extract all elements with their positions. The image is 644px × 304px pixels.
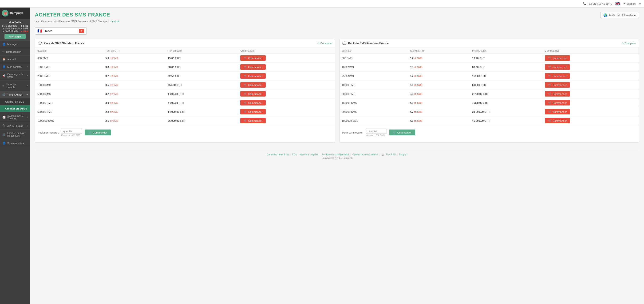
- sidebar-item-tarifs[interactable]: 🛒 Tarifs / Achat ▾: [0, 91, 30, 98]
- footer-blog-link[interactable]: Consultez notre Blog: [267, 153, 289, 156]
- commander-button[interactable]: 🛒 Commander: [240, 118, 266, 123]
- dropdown-arrow-icon: ▾: [79, 29, 84, 33]
- commander-button[interactable]: 🛒 Commander: [545, 109, 570, 114]
- unit-price-cell: 6.3 ct./SMS: [408, 63, 470, 72]
- sms-premium-val: -4 SMS: [20, 27, 28, 30]
- standard-pack-title: Pack de SMS Standard France: [44, 42, 84, 45]
- table-row: 500000 SMS 2.8 ct./SMS 14 000.00 € HT 🛒 …: [35, 107, 335, 116]
- cart-btn-icon: 🛒: [548, 110, 551, 113]
- language-item[interactable]: 🇬🇧: [615, 2, 620, 6]
- commander-cell: 🛒 Commander: [542, 63, 639, 72]
- table-row: 50000 SMS 5.5 ct./SMS 2 750.00 € HT 🛒 Co…: [340, 89, 639, 98]
- footer-privacy-link[interactable]: Politique de confidentialité: [322, 153, 349, 156]
- cart-btn-icon: 🛒: [548, 65, 551, 69]
- commander-cell: 🛒 Commander: [238, 54, 334, 63]
- standard-custom-commander-button[interactable]: 🛒 Commander: [85, 129, 111, 135]
- sidebar-nav: 👤 Manager ↩ Retrocession 🏠 Accueil 👤 Mon…: [0, 41, 30, 304]
- detail-link[interactable]: ● détail: [20, 30, 28, 33]
- footer-rss-link[interactable]: Flux RSS: [386, 153, 396, 156]
- main-content: ACHETER DES SMS FRANCE Les différences d…: [30, 8, 644, 304]
- col-header-unit: Tarif unit. HT: [103, 48, 165, 54]
- premium-custom-commander-button[interactable]: 🛒 Commander: [389, 129, 416, 135]
- cart-btn-icon: 🛒: [244, 101, 247, 104]
- btn-label: Commander: [93, 131, 107, 134]
- qty-cell: 50000 SMS: [340, 89, 408, 98]
- footer-copyright: Copyright © 2019 – Octopush: [38, 157, 636, 160]
- footer-contract-link[interactable]: Contrat de soustraitance: [352, 153, 378, 156]
- sidebar-item-retrocession[interactable]: ↩ Retrocession: [0, 48, 30, 56]
- sidebar-item-label: API & Plugins: [7, 124, 23, 127]
- country-label: France: [44, 30, 52, 33]
- sidebar-item-campagne[interactable]: 📢 Campagne de SMS ›: [0, 71, 30, 81]
- commander-button[interactable]: 🛒 Commander: [545, 118, 570, 123]
- premium-pack-title: Pack de SMS Premium France: [348, 42, 389, 45]
- cart-btn-icon: 🛒: [244, 92, 247, 95]
- standard-custom-input[interactable]: [61, 128, 82, 134]
- chevron-right-icon: ›: [27, 85, 28, 87]
- commander-button[interactable]: 🛒 Commander: [240, 100, 266, 105]
- table-row: 2500 SMS 6.2 ct./SMS 155.00 € HT 🛒 Comma…: [340, 72, 639, 81]
- user-icon: 👤: [2, 65, 6, 68]
- sidebar-item-location-bdd[interactable]: 🛒 Location de base de données: [0, 130, 30, 139]
- support-item[interactable]: ✉ Support: [623, 2, 636, 5]
- commander-button[interactable]: 🛒 Commander: [545, 64, 570, 70]
- premium-custom-input[interactable]: [366, 128, 387, 134]
- standard-compare-button[interactable]: ⟳ Comparer: [318, 42, 332, 45]
- sidebar-item-listes[interactable]: ≡ Listes de contacts ›: [0, 81, 30, 91]
- country-select[interactable]: 🇫🇷 France ▾: [35, 27, 86, 35]
- sidebar-balance: Mon Solde SMS Standard 5 SMS ou SMS Prem…: [0, 19, 30, 41]
- sidebar-item-sous-comptes[interactable]: 👤 Sous-comptes: [0, 139, 30, 147]
- commander-button[interactable]: 🛒 Commander: [545, 73, 570, 79]
- footer-cgv-link[interactable]: CGV – Mentions Légales: [292, 153, 318, 156]
- qty-cell: 2500 SMS: [35, 72, 103, 81]
- commander-button[interactable]: 🛒 Commander: [240, 91, 266, 97]
- sidebar-item-crediter-euros[interactable]: Créditer en Euros: [0, 105, 30, 112]
- commander-button[interactable]: 🛒 Commander: [545, 55, 570, 61]
- app-name: Octopush: [10, 12, 23, 15]
- list-icon: ≡: [2, 84, 4, 87]
- page-title: ACHETER DES SMS FRANCE: [35, 12, 119, 18]
- stats-icon: 📈: [2, 116, 6, 119]
- commander-button[interactable]: 🛒 Commander: [545, 82, 570, 88]
- sidebar-item-label: Location de base de données: [7, 132, 28, 137]
- table-row: 300 SMS 6.4 ct./SMS 19.20 € HT 🛒 Command…: [340, 54, 639, 63]
- commander-button[interactable]: 🛒 Commander: [240, 64, 266, 70]
- cart-btn-icon: 🛒: [244, 57, 247, 60]
- phone-icon: 📞: [583, 2, 586, 5]
- commander-label: Commander: [552, 119, 567, 122]
- commander-button[interactable]: 🛒 Commander: [545, 91, 570, 97]
- commander-button[interactable]: 🛒 Commander: [240, 82, 266, 88]
- premium-compare-button[interactable]: ⟳ Comparer: [622, 42, 636, 45]
- unit-price-cell: 3.8 ct./SMS: [103, 63, 165, 72]
- sidebar-item-statistiques[interactable]: 📈 Statistiques & Tracking ›: [0, 112, 30, 122]
- settings-item[interactable]: ⚙: [639, 2, 641, 5]
- footer-support-link[interactable]: Support: [399, 153, 407, 156]
- sidebar-item-mon-compte[interactable]: 👤 Mon compte ›: [0, 63, 30, 71]
- qty-cell: 1000 SMS: [340, 63, 408, 72]
- commander-button[interactable]: 🛒 Commander: [240, 73, 266, 79]
- sidebar-item-label: Sous-comptes: [7, 142, 24, 144]
- phone-item[interactable]: 📞 +33(0)14 13 41 50 70: [583, 2, 612, 5]
- standard-pack-table: quantité Tarif unit. HT Prix du pack Com…: [35, 48, 335, 125]
- commander-button[interactable]: 🛒 Commander: [240, 109, 266, 114]
- table-row: 150000 SMS 4.9 ct./SMS 7 350.00 € HT 🛒 C…: [340, 98, 639, 107]
- sidebar-item-api[interactable]: 🔌 API & Plugins ›: [0, 122, 30, 130]
- commander-label: Commander: [552, 84, 567, 86]
- sidebar-item-manager[interactable]: 👤 Manager: [0, 41, 30, 48]
- top-bar: 📞 +33(0)14 13 41 50 70 🇬🇧 ✉ Support ⚙: [0, 0, 644, 8]
- qty-cell: 150000 SMS: [340, 98, 408, 107]
- cart-btn-icon: 🛒: [244, 119, 247, 122]
- commander-button[interactable]: 🛒 Commander: [545, 100, 570, 105]
- commander-button[interactable]: 🛒 Commander: [240, 55, 266, 61]
- sidebar-item-label: Créditer en Euros: [5, 107, 27, 110]
- sidebar-item-crediter-sms[interactable]: Créditer en SMS: [0, 98, 30, 105]
- sidebar-item-accueil[interactable]: 🏠 Accueil: [0, 56, 30, 63]
- unit-price-cell: 6.0 ct./SMS: [408, 81, 470, 89]
- table-row: 10000 SMS 6.0 ct./SMS 600.00 € HT 🛒 Comm…: [340, 81, 639, 89]
- subtitle-link[interactable]: c'est ici: [110, 20, 119, 23]
- recharge-button[interactable]: Recharger: [4, 34, 26, 39]
- globe-icon: 🌍: [603, 13, 607, 17]
- chevron-right-icon: ›: [27, 74, 28, 77]
- unit-price-cell: 3.7 ct./SMS: [103, 72, 165, 81]
- intl-tarifs-button[interactable]: 🌍 Tarifs SMS International: [600, 12, 639, 18]
